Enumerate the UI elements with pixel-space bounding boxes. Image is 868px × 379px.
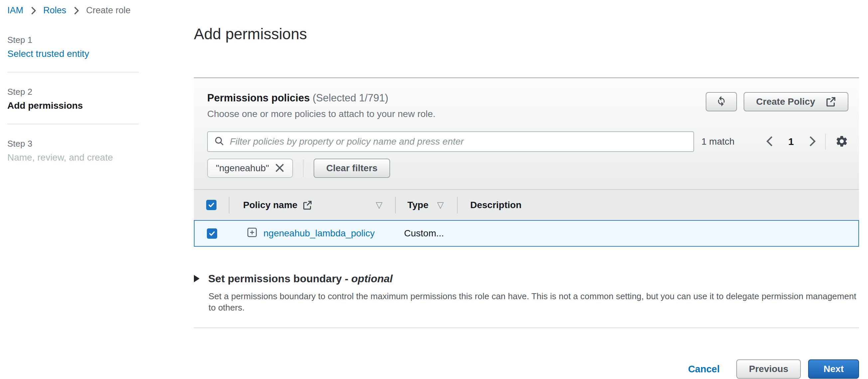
refresh-button[interactable]	[706, 92, 737, 112]
breadcrumb: IAM Roles Create role	[7, 5, 131, 15]
step-2: Step 2 Add permissions	[7, 87, 139, 112]
create-policy-label: Create Policy	[756, 96, 815, 107]
step-3-title: Name, review, and create	[7, 152, 139, 163]
external-link-icon	[303, 200, 312, 210]
policy-name-header-label: Policy name	[243, 200, 297, 211]
step-divider	[7, 72, 139, 72]
pagination: 1	[766, 136, 816, 148]
toolbar-divider	[825, 134, 826, 150]
panel-title-text: Permissions policies	[207, 92, 310, 104]
step-2-label: Step 2	[7, 87, 139, 97]
sort-icon[interactable]: ▽	[437, 200, 444, 210]
description-header-label: Description	[470, 200, 522, 211]
column-header-description: Description	[458, 200, 859, 211]
triangle-right-icon	[194, 275, 199, 282]
boundary-title-optional: optional	[351, 273, 393, 285]
step-divider	[7, 124, 139, 124]
permissions-policies-panel: Permissions policies (Selected 1/791) Ch…	[194, 77, 859, 247]
page-title: Add permissions	[194, 25, 859, 42]
remove-filter-button[interactable]	[275, 163, 284, 173]
breadcrumb-iam[interactable]: IAM	[7, 5, 23, 15]
boundary-toggle[interactable]: Set permissions boundary - optional	[194, 273, 859, 285]
match-count: 1 match	[702, 136, 735, 147]
step-1: Step 1 Select trusted entity	[7, 35, 139, 60]
close-icon	[275, 163, 284, 173]
sort-icon[interactable]: ▽	[376, 200, 382, 210]
table-settings-button[interactable]	[835, 135, 848, 149]
clear-filters-button[interactable]: Clear filters	[314, 159, 390, 178]
table-row[interactable]: ngeneahub_lambda_policy Custom...	[194, 220, 859, 247]
selected-count: (Selected 1/791)	[313, 92, 388, 104]
filter-chip-label: "ngeneahub"	[216, 163, 269, 173]
chevron-right-icon	[73, 6, 79, 15]
boundary-title: Set permissions boundary -	[208, 273, 348, 285]
chevron-right-icon	[808, 136, 816, 148]
chip-divider	[303, 159, 304, 177]
filter-chip: "ngeneahub"	[207, 159, 293, 178]
breadcrumb-roles[interactable]: Roles	[43, 5, 66, 15]
step-1-title[interactable]: Select trusted entity	[7, 48, 139, 60]
cancel-button[interactable]: Cancel	[688, 364, 720, 375]
next-button[interactable]: Next	[808, 359, 859, 379]
next-page-button[interactable]	[808, 136, 816, 148]
policy-search-input[interactable]	[229, 136, 687, 147]
permissions-boundary-section: Set permissions boundary - optional Set …	[194, 273, 859, 328]
panel-actions: Create Policy	[706, 92, 848, 112]
policy-name-link[interactable]: ngeneahub_lambda_policy	[264, 228, 375, 239]
panel-title-group: Permissions policies (Selected 1/791) Ch…	[207, 92, 435, 119]
panel-subtitle: Choose one or more policies to attach to…	[207, 109, 435, 119]
chevron-right-icon	[31, 6, 36, 15]
boundary-description: Set a permissions boundary to control th…	[209, 290, 859, 313]
expand-row-icon[interactable]	[246, 226, 258, 241]
create-policy-button[interactable]: Create Policy	[744, 92, 848, 112]
gear-icon	[835, 135, 848, 149]
previous-button[interactable]: Previous	[736, 359, 801, 379]
section-divider	[194, 327, 859, 328]
wizard-footer: Cancel Previous Next	[194, 359, 859, 379]
current-page-number[interactable]: 1	[788, 136, 794, 147]
panel-title: Permissions policies (Selected 1/791)	[207, 92, 435, 104]
next-label: Next	[824, 364, 844, 374]
breadcrumb-current: Create role	[86, 5, 131, 15]
previous-label: Previous	[749, 364, 788, 374]
steps-sidebar: Step 1 Select trusted entity Step 2 Add …	[7, 35, 139, 163]
iam-create-role-page: IAM Roles Create role Step 1 Select trus…	[0, 0, 868, 379]
policy-type-cell: Custom...	[396, 228, 458, 239]
column-header-policy-name[interactable]: Policy name ▽	[229, 200, 395, 211]
type-header-label: Type	[407, 200, 428, 211]
external-link-icon	[826, 97, 836, 107]
filter-toolbar: 1 match 1	[207, 131, 848, 152]
chevron-left-icon	[766, 136, 774, 148]
step-1-label: Step 1	[7, 35, 139, 45]
main-content: Add permissions Permissions policies (Se…	[194, 0, 859, 379]
clear-filters-label: Clear filters	[326, 163, 377, 173]
table-header: Policy name ▽ Type ▽ Description	[194, 189, 859, 220]
step-3: Step 3 Name, review, and create	[7, 138, 139, 163]
step-3-label: Step 3	[7, 138, 139, 149]
previous-page-button[interactable]	[766, 136, 774, 148]
row-checkbox[interactable]	[207, 228, 217, 239]
step-2-title: Add permissions	[7, 100, 139, 112]
select-all-checkbox[interactable]	[206, 200, 217, 210]
refresh-icon	[716, 95, 727, 109]
policy-search-box[interactable]	[207, 131, 694, 152]
column-header-type[interactable]: Type ▽	[396, 200, 457, 211]
active-filters-row: "ngeneahub" Clear filters	[207, 159, 848, 178]
search-icon	[214, 136, 224, 148]
panel-header-area: Permissions policies (Selected 1/791) Ch…	[194, 78, 859, 189]
